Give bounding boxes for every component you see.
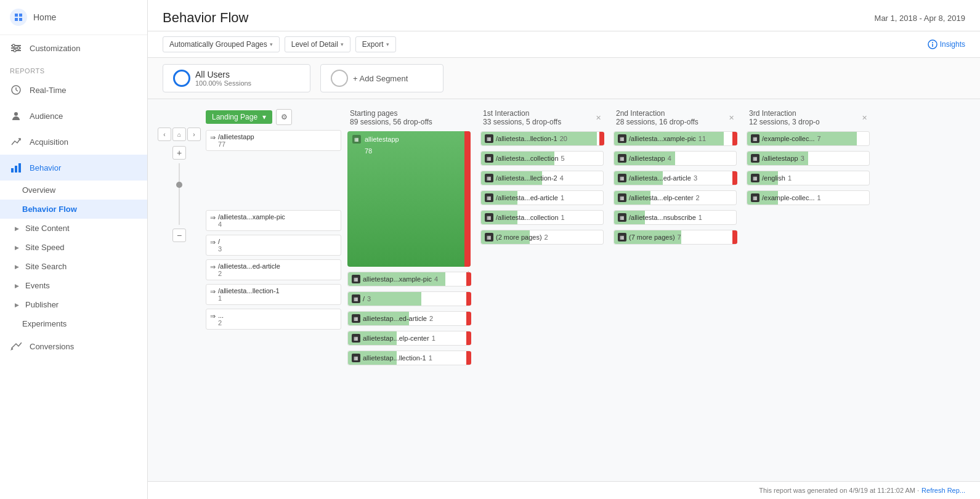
- segment-circle-blue: [173, 70, 190, 87]
- expand-icon-speed: ▶: [15, 245, 19, 251]
- sidebar-sub-behavior-flow[interactable]: Behavior Flow: [0, 200, 147, 219]
- big-node-wrap: ▦ allietestapp 78 ↓: [347, 131, 471, 267]
- landing-count-0: 77: [218, 140, 254, 148]
- sidebar-item-customization[interactable]: Customization: [0, 35, 147, 61]
- sidebar-item-events[interactable]: ▶ Events: [0, 276, 147, 295]
- int2-node-2[interactable]: ▦ /allietesta...ed-article 3: [614, 171, 737, 185]
- conversions-label: Conversions: [30, 342, 74, 351]
- svg-rect-15: [15, 166, 17, 172]
- landing-node-4[interactable]: ⇒ /allietesta...llection-1 1: [206, 284, 341, 305]
- int1-node-0[interactable]: ▦ /allietesta...llection-1 20: [480, 131, 604, 146]
- svg-rect-2: [15, 18, 18, 21]
- flow-icon-s4: ▦: [352, 354, 360, 362]
- flow-count-i1-3: 1: [561, 194, 564, 201]
- big-node-path: allietestapp: [365, 136, 399, 143]
- sidebar-sub-experiments[interactable]: Experiments: [0, 314, 147, 333]
- starting-node-0[interactable]: ▦ allietestap...xample-pic 4: [347, 272, 471, 286]
- svg-line-12: [16, 90, 18, 91]
- flow-path-i1-0: /allietesta...llection-1: [496, 135, 557, 142]
- grouped-pages-button[interactable]: Automatically Grouped Pages ▾: [163, 36, 280, 52]
- flow-count-s3: 1: [432, 335, 435, 342]
- int3-node-2[interactable]: ▦ /english 1: [747, 171, 870, 185]
- flow-path-i3-0: /example-collec...: [762, 135, 815, 142]
- sidebar-sub-overview[interactable]: Overview: [0, 181, 147, 200]
- int2-node-3[interactable]: ▦ /allietesta...elp-center 2: [614, 190, 737, 205]
- sidebar-item-site-search[interactable]: ▶ Site Search: [0, 257, 147, 276]
- sidebar-item-realtime[interactable]: Real-Time: [0, 77, 147, 103]
- landing-page-dropdown[interactable]: Landing Page ▾: [206, 110, 272, 124]
- flow-count-i3-3: 1: [817, 194, 821, 201]
- landing-node-5[interactable]: ⇒ ... 2: [206, 309, 341, 330]
- landing-node-0[interactable]: ⇒ /allietestapp 77: [206, 130, 341, 151]
- landing-path-0: /allietestapp: [218, 133, 254, 140]
- int1-node-1[interactable]: ▦ /allietesta...collection 5: [480, 151, 604, 166]
- flow-count-i1-1: 5: [561, 155, 565, 162]
- sidebar-item-conversions[interactable]: Conversions: [0, 333, 147, 359]
- level-of-detail-button[interactable]: Level of Detail ▾: [285, 36, 350, 52]
- landing-gear-button[interactable]: ⚙: [276, 109, 292, 125]
- int3-node-1[interactable]: ▦ /allietestapp 3: [747, 151, 870, 166]
- flow-count-s0: 4: [434, 275, 438, 283]
- starting-node-2[interactable]: ▦ allietestap...ed-article 2: [347, 311, 471, 326]
- int1-node-2[interactable]: ▦ /allietesta...llection-2 4: [480, 171, 604, 185]
- interaction3-header: 3rd Interaction 12 sessions, 3 drop-o ✕: [747, 109, 870, 126]
- sidebar-item-publisher[interactable]: ▶ Publisher: [0, 295, 147, 314]
- audience-icon: [10, 110, 22, 122]
- int1-node-3[interactable]: ▦ /allietesta...ed-article 1: [480, 190, 604, 205]
- flow-icon-i2-5: ▦: [618, 233, 626, 241]
- flow-count-i2-0: 11: [699, 135, 706, 142]
- nav-right-button[interactable]: ›: [187, 128, 201, 141]
- interaction3-close[interactable]: ✕: [862, 114, 867, 122]
- big-node-count: 78: [365, 147, 372, 155]
- add-segment-circle: [331, 70, 348, 87]
- zoom-out-button[interactable]: −: [172, 229, 186, 242]
- int2-node-5[interactable]: ▦ (7 more pages) 7: [614, 230, 737, 245]
- int1-node-5[interactable]: ▦ (2 more pages) 2: [480, 230, 604, 245]
- int1-node-4[interactable]: ▦ /allietesta...collection 1: [480, 210, 604, 225]
- nav-left-button[interactable]: ‹: [158, 128, 171, 141]
- landing-node-3[interactable]: ⇒ /allietesta...ed-article 2: [206, 259, 341, 280]
- int3-node-0[interactable]: ▦ /example-collec... 7: [747, 131, 870, 146]
- big-green-node[interactable]: ▦ allietestapp 78 ↓: [347, 131, 471, 267]
- nav-arrows: ‹ ⌂ ›: [158, 128, 201, 141]
- landing-node-1[interactable]: ⇒ /allietesta...xample-pic 4: [206, 210, 341, 231]
- int2-node-4[interactable]: ▦ /allietesta...nsubscribe 1: [614, 210, 737, 225]
- svg-rect-14: [11, 168, 14, 172]
- landing-node-2[interactable]: ⇒ / 3: [206, 235, 341, 256]
- sidebar-item-acquisition[interactable]: Acquisition: [0, 129, 147, 155]
- acquisition-icon: [10, 136, 22, 148]
- page-title: Behavior Flow: [163, 10, 248, 26]
- flow-area[interactable]: ‹ ⌂ › + − Landing Page ▾ ⚙: [148, 99, 980, 481]
- home-label[interactable]: Home: [33, 12, 56, 22]
- export-button[interactable]: Export ▾: [355, 36, 396, 52]
- interaction2-close[interactable]: ✕: [729, 114, 734, 122]
- page-header: Behavior Flow Mar 1, 2018 - Apr 8, 2019: [148, 0, 980, 31]
- zoom-in-button[interactable]: +: [172, 146, 186, 160]
- flow-path-i1-4: /allietesta...collection: [496, 214, 559, 221]
- landing-dropdown-label: Landing Page: [212, 113, 257, 121]
- sidebar-item-site-speed[interactable]: ▶ Site Speed: [0, 238, 147, 257]
- refresh-report-link[interactable]: Refresh Rep...: [921, 487, 965, 494]
- add-segment-button[interactable]: + Add Segment: [320, 64, 443, 92]
- starting-node-4[interactable]: ▦ allietestap...llection-1 1: [347, 351, 471, 365]
- int3-node-3[interactable]: ▦ /example-collec... 1: [747, 190, 870, 205]
- int2-node-0[interactable]: ▦ /allietesta...xample-pic 11: [614, 131, 737, 146]
- zoom-handle[interactable]: [176, 182, 182, 188]
- landing-count-5: 2: [218, 319, 224, 327]
- zoom-track: [179, 163, 180, 225]
- int2-node-1[interactable]: ▦ /allietestapp 4: [614, 151, 737, 166]
- landing-path-4: /allietesta...llection-1: [218, 287, 280, 294]
- home-icon: [10, 9, 27, 26]
- drop-indicator-s0: [466, 272, 471, 286]
- sidebar-item-audience[interactable]: Audience: [0, 103, 147, 129]
- starting-node-3[interactable]: ▦ allietestap...elp-center 1: [347, 331, 471, 346]
- interaction1-close[interactable]: ✕: [596, 114, 601, 122]
- flow-path-s3: allietestap...elp-center: [363, 335, 429, 342]
- insights-button[interactable]: Insights: [928, 39, 965, 49]
- starting-node-1[interactable]: ▦ / 3: [347, 291, 471, 306]
- sidebar-item-site-content[interactable]: ▶ Site Content: [0, 219, 147, 238]
- audience-label: Audience: [30, 112, 63, 121]
- sidebar-item-behavior[interactable]: Behavior: [0, 155, 147, 181]
- nav-home-button[interactable]: ⌂: [172, 128, 186, 141]
- expand-icon-publisher: ▶: [15, 302, 19, 308]
